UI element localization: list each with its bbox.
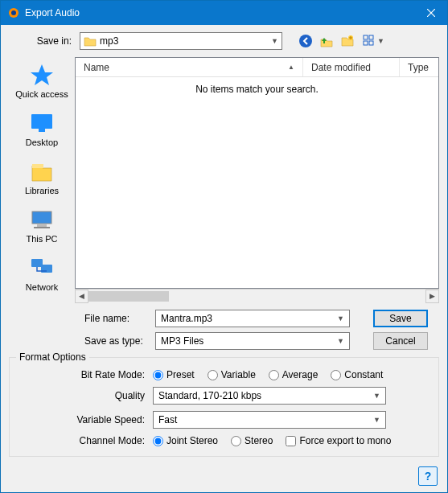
svg-rect-9 xyxy=(369,41,373,45)
save-in-value: mp3 xyxy=(100,35,271,47)
chevron-down-icon: ▼ xyxy=(373,392,380,400)
channel-mode-label: Channel Mode: xyxy=(64,435,145,446)
quality-combo[interactable]: Standard, 170-210 kbps ▼ xyxy=(153,387,386,405)
window-title: Export Audio xyxy=(25,7,415,18)
chevron-down-icon: ▼ xyxy=(271,37,278,45)
dialog-content: Save in: mp3 ▼ ▼ xyxy=(1,25,447,492)
svg-marker-10 xyxy=(31,64,53,85)
svg-rect-17 xyxy=(34,227,50,228)
file-name-label: File name: xyxy=(84,313,149,324)
empty-message: No items match your search. xyxy=(195,84,319,281)
app-icon xyxy=(7,6,20,19)
svg-rect-7 xyxy=(369,35,373,39)
svg-rect-8 xyxy=(364,41,368,45)
format-options-group: Format Options Bit Rate Mode: Preset Var… xyxy=(9,357,439,457)
places-bar: Quick access Desktop Libraries This PC N… xyxy=(9,57,75,352)
save-button[interactable]: Save xyxy=(373,310,428,327)
close-button[interactable] xyxy=(415,1,447,25)
save-in-combo[interactable]: mp3 ▼ xyxy=(80,32,282,50)
quality-label: Quality xyxy=(64,390,145,401)
view-menu-button[interactable]: ▼ xyxy=(360,33,388,49)
desktop-icon xyxy=(29,110,55,136)
new-folder-button[interactable] xyxy=(339,32,356,50)
channel-stereo-radio[interactable]: Stereo xyxy=(231,435,273,446)
export-audio-dialog: Export Audio Save in: mp3 ▼ xyxy=(0,0,448,493)
chevron-down-icon: ▼ xyxy=(337,314,344,323)
place-desktop[interactable]: Desktop xyxy=(14,110,70,147)
save-as-type-combo[interactable]: MP3 Files ▼ xyxy=(155,332,350,350)
folder-icon xyxy=(84,35,97,47)
column-header-date[interactable]: Date modified xyxy=(303,58,400,76)
force-mono-checkbox[interactable]: Force export to mono xyxy=(286,435,391,446)
file-name-input[interactable]: Mantra.mp3 ▼ xyxy=(155,310,350,327)
bitrate-mode-label: Bit Rate Mode: xyxy=(64,369,145,380)
svg-point-4 xyxy=(299,35,312,47)
titlebar: Export Audio xyxy=(1,1,447,25)
network-icon xyxy=(29,255,55,281)
svg-rect-11 xyxy=(31,114,52,129)
column-header-name[interactable]: Name ▲ xyxy=(76,58,303,76)
back-button[interactable] xyxy=(297,32,314,50)
channel-joint-stereo-radio[interactable]: Joint Stereo xyxy=(153,435,218,446)
place-this-pc[interactable]: This PC xyxy=(14,207,70,244)
chevron-down-icon: ▼ xyxy=(337,337,344,345)
svg-point-1 xyxy=(11,10,16,15)
help-button[interactable]: ? xyxy=(418,466,438,486)
variable-speed-combo[interactable]: Fast ▼ xyxy=(153,411,386,429)
format-options-title: Format Options xyxy=(16,351,89,363)
svg-rect-13 xyxy=(32,164,43,168)
svg-rect-14 xyxy=(32,212,51,224)
bitrate-constant-radio[interactable]: Constant xyxy=(331,369,383,380)
column-header-type[interactable]: Type xyxy=(400,58,438,76)
svg-rect-16 xyxy=(37,224,47,227)
bitrate-preset-radio[interactable]: Preset xyxy=(153,369,195,380)
scroll-right-icon[interactable]: ▶ xyxy=(425,290,439,303)
bitrate-average-radio[interactable]: Average xyxy=(269,369,318,380)
horizontal-scrollbar[interactable]: ◀ ▶ xyxy=(75,289,439,302)
svg-rect-12 xyxy=(39,129,45,132)
bitrate-variable-radio[interactable]: Variable xyxy=(208,369,256,380)
svg-rect-18 xyxy=(31,259,43,267)
file-list[interactable]: Name ▲ Date modified Type No items match… xyxy=(75,57,439,289)
svg-rect-6 xyxy=(364,35,368,39)
place-quick-access[interactable]: Quick access xyxy=(14,62,70,99)
this-pc-icon xyxy=(29,207,55,232)
sort-ascending-icon: ▲ xyxy=(288,64,294,71)
quick-access-icon xyxy=(29,62,55,88)
up-one-level-button[interactable] xyxy=(318,32,335,50)
save-as-type-label: Save as type: xyxy=(84,335,149,347)
place-network[interactable]: Network xyxy=(14,255,70,292)
chevron-down-icon: ▼ xyxy=(373,416,380,424)
chevron-down-icon: ▼ xyxy=(377,37,384,45)
scroll-left-icon[interactable]: ◀ xyxy=(75,290,88,303)
scroll-thumb[interactable] xyxy=(88,291,169,302)
libraries-icon xyxy=(29,158,55,184)
place-libraries[interactable]: Libraries xyxy=(14,158,70,195)
save-in-label: Save in: xyxy=(10,35,75,47)
cancel-button[interactable]: Cancel xyxy=(373,332,428,350)
variable-speed-label: Variable Speed: xyxy=(64,414,145,425)
